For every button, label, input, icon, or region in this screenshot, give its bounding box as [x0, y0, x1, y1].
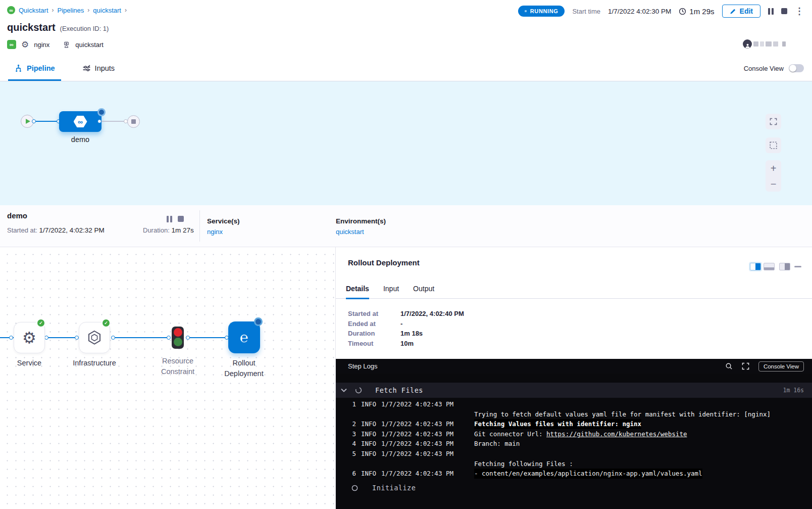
step-logs-header: Step Logs Console View — [336, 359, 812, 374]
log-line: 1INFO1/7/2022 4:02:43 PM — [336, 399, 812, 409]
tab-inputs[interactable]: Inputs — [76, 56, 121, 81]
play-icon — [26, 119, 30, 124]
environment-icon — [63, 41, 70, 49]
service-link[interactable]: nginx — [207, 228, 223, 236]
step-execution-graph: ⚙ ✓ ✓ ℮ Service Infrastructure Resource … — [0, 247, 336, 509]
traffic-light-green-icon — [174, 338, 182, 346]
breadcrumb-separator: › — [125, 7, 127, 14]
step-panel-title: Rollout Deployment — [348, 258, 420, 267]
stage-pause-button[interactable] — [167, 216, 172, 222]
stop-execution-button[interactable] — [781, 8, 787, 14]
pencil-icon — [730, 8, 736, 15]
detail-row-ended-at: Ended at- — [348, 319, 464, 329]
view-tabbar: Pipeline Inputs Console View — [0, 56, 812, 81]
breadcrumb-link-pipelines[interactable]: Pipelines — [58, 7, 84, 14]
cd-module-icon: ∞ — [7, 40, 16, 49]
step-node-rollout-deployment[interactable]: ℮ — [228, 321, 260, 353]
redacted-text-block — [773, 41, 778, 47]
stage-started-at: Started at: 1/7/2022, 4:02:32 PM — [7, 226, 105, 234]
step-label-service: Service — [0, 358, 61, 368]
layout-split-right-button[interactable] — [750, 263, 761, 270]
services-label: Service(s) — [207, 217, 240, 225]
stage-label: demo — [59, 135, 102, 144]
redacted-text-block — [760, 41, 764, 47]
zoom-out-button[interactable]: − — [766, 176, 781, 192]
expand-logs-icon[interactable] — [742, 362, 749, 370]
gear-icon: ⚙ — [22, 330, 36, 346]
edit-button[interactable]: Edit — [722, 5, 760, 18]
step-node-service[interactable]: ⚙ ✓ — [14, 322, 45, 353]
redacted-text-block — [766, 41, 772, 47]
toggle-knob — [789, 65, 796, 72]
tab-input[interactable]: Input — [383, 279, 399, 299]
pipeline-icon — [14, 64, 23, 73]
canvas-zoom-controls: + − — [766, 160, 781, 192]
git-connector-link[interactable]: https://github.com/kubernetes/website — [546, 429, 687, 439]
log-line: 5INFO1/7/2022 4:02:43 PM — [336, 449, 812, 459]
edge-endpoint — [111, 336, 115, 340]
step-node-resource-constraint[interactable] — [172, 327, 184, 349]
step-logs-body: Fetch Files 1m 16s 1INFO1/7/2022 4:02:43… — [336, 374, 812, 509]
edge-endpoint — [9, 336, 13, 340]
summary-divider — [199, 210, 200, 242]
more-options-button[interactable]: ⋮ — [795, 8, 804, 15]
layout-bottom-button[interactable] — [764, 263, 775, 270]
success-check-icon: ✓ — [36, 318, 45, 328]
canvas-fullscreen-button[interactable] — [766, 114, 781, 129]
step-logs-actions: Console View — [725, 361, 804, 372]
stop-square-icon — [131, 119, 136, 124]
view-tabs: Pipeline Inputs — [8, 56, 121, 81]
stage-node-demo[interactable]: ∞ — [59, 111, 102, 132]
log-line: Trying to fetch default values yaml file… — [336, 409, 812, 420]
log-section-fetch-files[interactable]: Fetch Files 1m 16s — [336, 383, 812, 398]
pause-execution-button[interactable] — [768, 8, 774, 15]
log-line: 3INFO1/7/2022 4:02:43 PMGit connector Ur… — [336, 429, 812, 439]
stage-hexagon-icon: ∞ — [74, 116, 87, 128]
console-view-toggle[interactable] — [789, 64, 804, 72]
step-node-infrastructure[interactable]: ✓ — [79, 322, 110, 353]
chevron-down-icon[interactable] — [341, 388, 347, 393]
pipeline-stage-canvas: ∞ demo + − — [0, 81, 812, 205]
pipeline-end-node[interactable] — [127, 115, 140, 128]
section-duration: 1m 16s — [783, 387, 804, 394]
zoom-in-button[interactable]: + — [766, 160, 781, 176]
breadcrumb-separator: › — [52, 7, 54, 14]
breadcrumb-link-pipeline-name[interactable]: quickstart — [93, 7, 121, 14]
layout-right-button[interactable] — [779, 263, 790, 270]
log-section-initialize[interactable]: Initialize — [336, 480, 812, 495]
service-tag[interactable]: nginx — [34, 41, 49, 49]
detail-row-duration: Duration1m 18s — [348, 329, 464, 339]
section-name: Fetch Files — [375, 386, 423, 394]
pipeline-execution-page: ∞ Quickstart › Pipelines › quickstart › … — [0, 0, 812, 509]
detail-row-timeout: Timeout10m — [348, 339, 464, 349]
edge-endpoint — [32, 119, 36, 123]
stage-summary-bar: demo Started at: 1/7/2022, 4:02:32 PM Du… — [0, 205, 812, 247]
edge-endpoint — [186, 336, 190, 340]
log-lines: 1INFO1/7/2022 4:02:43 PM Trying to fetch… — [336, 399, 812, 479]
environment-tag[interactable]: quickstart — [75, 41, 104, 49]
minimize-panel-button[interactable] — [794, 266, 801, 267]
tab-details[interactable]: Details — [346, 279, 369, 299]
user-avatar[interactable] — [743, 39, 752, 49]
breadcrumb-link-quickstart[interactable]: Quickstart — [19, 7, 48, 14]
start-time-value: 1/7/2022 4:02:30 PM — [608, 8, 671, 15]
clock-icon — [679, 8, 686, 15]
logs-console-view-button[interactable]: Console View — [758, 361, 804, 372]
step-details-panel: Rollout Deployment Details Input Output … — [336, 247, 812, 509]
tab-output[interactable]: Output — [413, 279, 434, 299]
stage-stop-button[interactable] — [178, 216, 184, 222]
page-header: ∞ Quickstart › Pipelines › quickstart › … — [0, 0, 812, 56]
execution-id: (Execution ID: 1) — [60, 25, 109, 32]
step-label-resource-constraint: Resource Constraint — [146, 356, 209, 377]
canvas-fit-selection-button[interactable] — [766, 137, 781, 153]
edge-endpoint — [167, 336, 171, 340]
environment-link[interactable]: quickstart — [336, 228, 364, 236]
graph-edge — [45, 337, 78, 338]
service-gear-icon: ⚙ — [21, 40, 29, 49]
tab-pipeline[interactable]: Pipeline — [8, 56, 61, 81]
traffic-light-red-icon — [174, 328, 182, 337]
redacted-text-block — [782, 41, 786, 47]
redacted-text-block — [753, 41, 758, 47]
breadcrumb-separator: › — [87, 7, 89, 14]
search-icon[interactable] — [725, 362, 733, 370]
